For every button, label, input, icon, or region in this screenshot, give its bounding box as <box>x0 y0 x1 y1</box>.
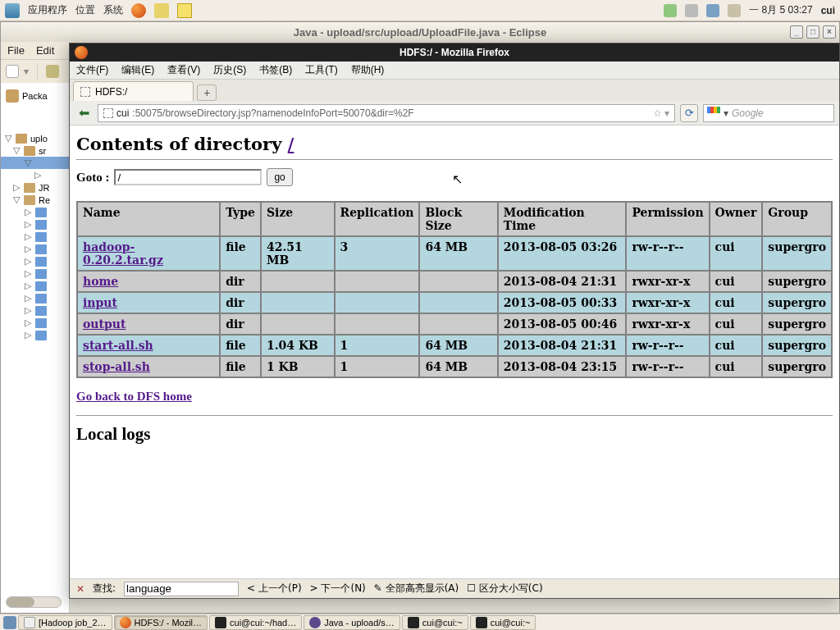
eclipse-titlebar[interactable]: Java - upload/src/upload/UploadFile.java… <box>1 22 839 42</box>
col-permission: Permission <box>626 202 709 236</box>
task-term3[interactable]: cui@cui:~ <box>470 615 536 630</box>
eclipse-new-icon[interactable] <box>6 65 19 78</box>
update-tray-icon[interactable] <box>664 4 677 17</box>
file-link[interactable]: hadoop-0.20.2.tar.gz <box>83 240 163 267</box>
eclipse-menu-file[interactable]: File <box>7 44 25 57</box>
findbar-highlight[interactable]: ✎ 全部高亮显示(A) <box>374 582 459 596</box>
tab-label: HDFS:/ <box>95 86 127 98</box>
task-eclipse[interactable]: Java - upload/s… <box>304 615 400 630</box>
file-link[interactable]: output <box>83 317 126 331</box>
eclipse-max-button[interactable]: □ <box>806 25 819 39</box>
tree-node[interactable]: uplo <box>30 134 48 144</box>
src-folder-icon <box>24 146 35 156</box>
cell-perm: rwxr-xr-x <box>626 313 709 335</box>
col-blocksize: Block Size <box>419 202 497 236</box>
heading-root-link[interactable]: / <box>288 134 294 154</box>
mail-launcher-icon[interactable] <box>154 3 169 18</box>
search-bar[interactable]: ▾ Google <box>703 104 834 122</box>
eclipse-min-button[interactable]: _ <box>790 25 803 39</box>
site-identity-icon[interactable] <box>103 108 113 118</box>
clock[interactable]: 一 8月 5 03:27 <box>749 3 812 17</box>
clipboard-tray-icon[interactable] <box>728 4 741 17</box>
file-link[interactable]: start-all.sh <box>83 339 153 352</box>
cell-type: file <box>220 356 261 377</box>
url-bar[interactable]: cui:50075/browseDirectory.jsp?namenodeIn… <box>98 104 675 122</box>
task-term1[interactable]: cui@cui:~/had… <box>209 615 302 630</box>
cell-repl <box>335 313 420 335</box>
firefox-tabstrip: HDFS:/ + <box>70 80 839 101</box>
eclipse-package-explorer[interactable]: Packa ▽uplo ▽sr ▽ ▷ ▷JR ▽Re ▷ ▷ ▷ ▷ ▷ ▷ … <box>1 83 70 613</box>
cell-type: file <box>220 335 261 356</box>
ff-menu-file[interactable]: 文件(F) <box>76 63 108 77</box>
table-row: stop-all.shfile1 KB164 MB2013-08-04 23:1… <box>77 356 832 377</box>
findbar-input[interactable] <box>124 582 239 596</box>
findbar-matchcase[interactable]: ☐ 区分大小写(C) <box>467 582 542 596</box>
cell-owner: cui <box>710 271 763 292</box>
findbar-next[interactable]: > 下一个(N) <box>310 582 366 596</box>
findbar-close-icon[interactable]: ✕ <box>76 583 84 595</box>
back-button[interactable]: ⬅ <box>75 104 93 122</box>
directory-table: Name Type Size Replication Block Size Mo… <box>76 201 833 378</box>
file-link[interactable]: stop-all.sh <box>83 360 150 373</box>
jar-icon <box>35 232 47 242</box>
ff-menu-edit[interactable]: 编辑(E) <box>121 63 154 77</box>
cell-group: supergro <box>762 313 832 335</box>
ff-menu-tools[interactable]: 工具(T) <box>305 63 337 77</box>
menu-apps[interactable]: 应用程序 <box>28 3 67 17</box>
cell-owner: cui <box>710 313 763 335</box>
ff-menu-bookmarks[interactable]: 书签(B) <box>259 63 292 77</box>
col-mtime: Modification Time <box>498 202 627 236</box>
volume-tray-icon[interactable] <box>685 4 698 17</box>
local-logs-heading: Local logs <box>76 424 833 445</box>
google-icon <box>707 107 720 120</box>
table-row: start-all.shfile1.04 KB164 MB2013-08-04 … <box>77 335 832 356</box>
cell-type: file <box>220 236 261 271</box>
cell-group: supergro <box>762 356 832 377</box>
file-link[interactable]: input <box>83 296 117 309</box>
cell-type: dir <box>220 271 261 292</box>
heading-prefix: Contents of directory <box>76 134 288 154</box>
gnome-foot-icon[interactable] <box>5 3 20 18</box>
tab-hdfs[interactable]: HDFS:/ <box>73 81 194 101</box>
project-icon <box>16 134 27 144</box>
file-link[interactable]: home <box>83 275 118 288</box>
jar-icon <box>35 331 47 340</box>
show-desktop-icon[interactable] <box>3 616 16 629</box>
note-launcher-icon[interactable] <box>177 3 192 18</box>
cell-perm: rw-r--r-- <box>626 335 709 356</box>
task-term2[interactable]: cui@cui:~ <box>402 615 468 630</box>
ff-menu-history[interactable]: 历史(S) <box>213 63 246 77</box>
new-tab-button[interactable]: + <box>197 84 217 101</box>
firefox-titlebar[interactable]: HDFS:/ - Mozilla Firefox <box>70 43 839 62</box>
firefox-content: Contents of directory / Goto : go Name T… <box>70 126 839 598</box>
eclipse-menu-edit[interactable]: Edit <box>36 44 54 57</box>
reload-button[interactable]: ⟳ <box>680 104 698 122</box>
bookmark-star-icon[interactable]: ☆ ▾ <box>653 107 669 119</box>
go-button[interactable]: go <box>267 168 292 186</box>
goto-input[interactable] <box>114 169 262 185</box>
ff-menu-help[interactable]: 帮助(H) <box>351 63 385 77</box>
firefox-icon <box>75 46 88 59</box>
back-to-dfs-link[interactable]: Go back to DFS home <box>76 390 192 403</box>
firefox-launcher-icon[interactable] <box>131 3 146 18</box>
task-hadoop[interactable]: [Hadoop job_2… <box>18 615 112 630</box>
tree-node[interactable]: JR <box>39 183 49 193</box>
ff-menu-view[interactable]: 查看(V) <box>167 63 200 77</box>
menu-system[interactable]: 系统 <box>103 3 123 17</box>
findbar-prev[interactable]: < 上一个(P) <box>247 582 301 596</box>
cell-owner: cui <box>710 236 763 271</box>
network-tray-icon[interactable] <box>706 4 719 17</box>
url-path: :50075/browseDirectory.jsp?namenodeInfoP… <box>132 107 413 119</box>
search-placeholder: Google <box>732 107 764 119</box>
eclipse-save-icon[interactable] <box>46 65 59 78</box>
jar-icon <box>35 244 47 254</box>
eclipse-hscroll[interactable] <box>6 596 62 608</box>
menu-places[interactable]: 位置 <box>75 3 95 17</box>
tree-node[interactable]: Re <box>39 195 50 205</box>
user-menu[interactable]: cui <box>821 5 835 16</box>
task-firefox[interactable]: HDFS:/ - Mozil… <box>114 615 208 630</box>
eclipse-close-button[interactable]: × <box>823 25 836 39</box>
cell-bs: 64 MB <box>419 236 497 271</box>
text-file-icon <box>24 617 35 628</box>
tree-node[interactable]: sr <box>39 146 46 156</box>
